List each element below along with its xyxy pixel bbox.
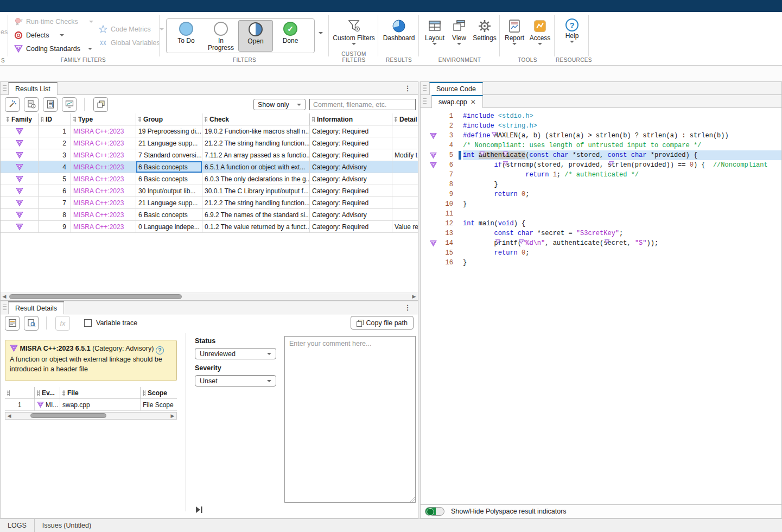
comment-input[interactable] [284,336,416,503]
code-line[interactable]: 3#define MAXLEN(a, b) (strlen(a) > strle… [421,131,781,141]
dashboard-button[interactable]: Dashboard [380,18,417,42]
code-line[interactable]: 9 return 0; [421,189,781,199]
gutter-marker[interactable] [421,131,437,141]
custom-filters-button[interactable]: Custom Filters [332,18,376,45]
code-line[interactable]: 10} [421,199,781,209]
close-icon[interactable]: ✕ [471,98,476,106]
tab-source-code[interactable]: Source Code [429,82,483,95]
skip-to-end-icon[interactable] [195,505,204,514]
runtime-checks-filter-button[interactable]: ? Run-time Checks [14,17,93,26]
gutter-marker[interactable] [421,150,437,160]
table-row[interactable]: 5MISRA C++:20236 Basic concepts6.0.3 The… [1,173,418,185]
settings-button[interactable]: Settings [471,18,498,42]
result-indicators-toggle[interactable] [425,507,444,516]
more-options-icon[interactable] [404,84,411,93]
table-row[interactable]: 9MISRA C++:20230 Language indepe...0.1.2… [1,221,418,233]
scroll-right-icon[interactable]: ▶ [169,413,176,420]
filter-open-button[interactable]: Open [238,20,273,52]
open-dashboard-button[interactable] [62,97,77,112]
table-row[interactable]: 3MISRA C++:20237 Standard conversi...7.1… [1,149,418,161]
panel-drag-handle[interactable] [3,85,7,92]
code-line[interactable]: 12int main(void) { [421,219,781,229]
code-line[interactable]: 5int authenticate(const char *stored, co… [421,150,781,160]
gutter-marker [421,121,437,131]
tab-swap-cpp[interactable]: swap.cpp ✕ [431,95,483,108]
table-row[interactable]: 1MISRA C++:202319 Preprocessing di...19.… [1,125,418,137]
open-in-new-window-button[interactable] [93,97,108,112]
copy-file-path-button[interactable]: Copy file path [351,316,414,330]
scrollbar-thumb[interactable] [30,413,106,418]
tab-results-list[interactable]: Results List [8,82,58,95]
code-line[interactable]: 1#include <stdio.h> [421,111,781,121]
column-header-information[interactable]: Information [310,113,392,125]
column-header-type[interactable]: Type [71,113,136,125]
file-table-scrollbar[interactable]: ◀ ▶ [5,412,177,420]
scroll-right-icon[interactable]: ▶ [410,293,418,300]
open-review-scope-button[interactable] [24,316,39,331]
table-row[interactable]: 6MISRA C++:202330 Input/output lib...30.… [1,185,418,197]
scroll-left-icon[interactable]: ◀ [1,293,8,300]
table-row[interactable]: 4MISRA C++:20236 Basic concepts6.5.1 A f… [1,161,418,173]
results-search-input[interactable] [309,99,416,110]
table-row[interactable]: 2MISRA C++:202321 Language supp...21.2.2… [1,137,418,149]
column-header-id[interactable]: ID [39,113,71,125]
more-options-icon[interactable] [404,303,411,312]
global-variables-filter-button[interactable]: Global Variables [99,39,160,47]
column-header-file[interactable]: File [60,387,141,399]
code-line[interactable]: 7 return 1; /* authenticated */ [421,170,781,180]
help-button[interactable]: Help [559,18,585,43]
filter-todo-button[interactable]: To Do [169,20,204,52]
access-button[interactable]: Access [527,18,553,45]
column-header-event[interactable]: Ev... [35,387,60,399]
panel-drag-handle[interactable] [423,85,427,92]
file-table-row[interactable]: 1 MI... swap.cpp File Scope [5,399,177,411]
gutter-marker[interactable] [421,160,437,170]
show-comment-field-button[interactable] [5,316,20,331]
column-header-check[interactable]: Check [202,113,310,125]
filter-done-button[interactable]: Done [273,20,308,52]
status-dropdown[interactable]: Unreviewed [195,348,276,359]
results-horizontal-scrollbar[interactable]: ◀ ▶ [1,293,418,300]
report-button[interactable]: Report [502,18,527,45]
code-line[interactable]: 15 return 0; [421,248,781,258]
code-line[interactable]: 16} [421,258,781,268]
code-line[interactable]: 8 } [421,180,781,189]
open-report-button[interactable] [43,97,58,112]
variable-trace-checkbox[interactable] [84,319,92,327]
tab-result-details[interactable]: Result Details [8,301,64,314]
code-line[interactable]: 4/* Noncompliant: uses length of untrust… [421,141,781,150]
code-line[interactable]: 13 const char *secret = "S3cretKey"; [421,229,781,238]
gutter-marker[interactable] [421,238,437,248]
filter-in-progress-button[interactable]: In Progress [204,20,238,52]
code-line[interactable]: 2#include <string.h> [421,121,781,131]
layout-button[interactable]: Layout [422,18,447,45]
column-header-scope[interactable]: Scope [141,387,177,399]
view-button[interactable]: View [448,18,470,45]
function-details-button[interactable]: fx [55,316,70,331]
scrollbar-thumb[interactable] [9,294,182,299]
code-line[interactable]: 11 [421,209,781,219]
scroll-left-icon[interactable]: ◀ [5,413,13,420]
filters-dropdown-button[interactable] [317,27,325,39]
issues-tab[interactable]: Issues (Untitled) [35,519,99,532]
defects-filter-button[interactable]: Defects [14,31,64,40]
column-header-index[interactable] [5,387,35,399]
column-header-family[interactable]: Family [1,113,39,125]
show-only-dropdown[interactable]: Show only [253,99,306,110]
severity-dropdown[interactable]: Unset [195,375,276,387]
code-metrics-filter-button[interactable]: Code Metrics [99,25,164,34]
configure-filters-button[interactable] [5,97,20,112]
panel-drag-handle[interactable] [423,98,427,105]
column-header-detail[interactable]: Detail [392,113,418,125]
run-analysis-button[interactable] [24,97,39,112]
logs-tab[interactable]: LOGS [0,519,34,532]
coding-standards-filter-button[interactable]: Coding Standards [14,45,92,53]
code-line[interactable]: 14 printf("%d\n", authenticate(secret, "… [421,238,781,248]
help-icon[interactable] [156,346,164,354]
cell-check: 21.2.2 The string handling function... [202,197,310,209]
table-row[interactable]: 7MISRA C++:202321 Language supp...21.2.2… [1,197,418,209]
table-row[interactable]: 8MISRA C++:20236 Basic concepts6.9.2 The… [1,209,418,221]
panel-drag-handle[interactable] [3,305,7,311]
column-header-group[interactable]: Group [136,113,202,125]
code-line[interactable]: 6 if(strncmp(stored, provided, strlen(pr… [421,160,781,170]
